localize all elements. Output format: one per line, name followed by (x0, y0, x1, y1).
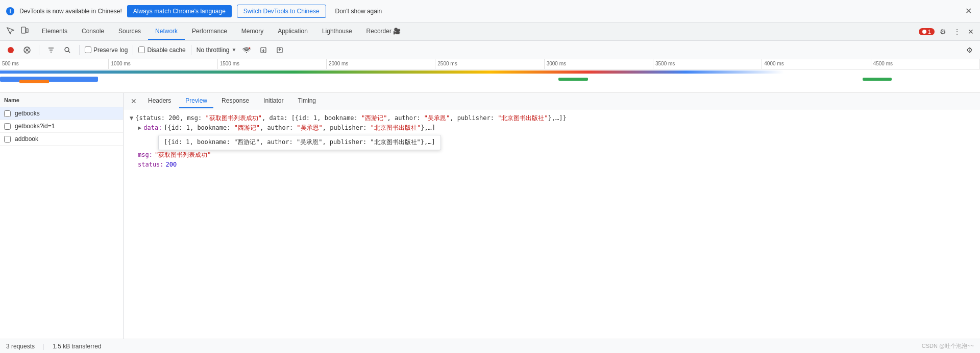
status-separator: | (43, 343, 44, 350)
always-match-button[interactable]: Always match Chrome's language (127, 5, 232, 17)
switch-devtools-button[interactable]: Switch DevTools to Chinese (237, 5, 326, 18)
search-button[interactable] (61, 44, 74, 56)
waterfall-bar-green-1 (558, 78, 588, 81)
dont-show-again-button[interactable]: Don't show again (331, 5, 386, 17)
network-conditions-icon[interactable] (239, 44, 254, 56)
json-data-tooltip-wrapper: [{id: 1, bookname: "西游记", author: "吴承恩",… (130, 133, 974, 150)
detail-tab-timing[interactable]: Timing (291, 94, 322, 108)
notification-text: DevTools is now available in Chinese! (19, 8, 122, 15)
error-count: 1 (928, 29, 931, 35)
preserve-log-label[interactable]: Preserve log (85, 46, 128, 54)
detail-tab-preview[interactable]: Preview (179, 94, 213, 108)
svg-rect-1 (26, 29, 28, 33)
tab-performance[interactable]: Performance (185, 23, 234, 40)
tab-elements[interactable]: Elements (35, 23, 75, 40)
req-checkbox-getbooks[interactable] (4, 110, 11, 117)
notification-bar: i DevTools is now available in Chinese! … (0, 0, 980, 22)
request-item-addbook[interactable]: addbook (0, 133, 123, 146)
preserve-log-checkbox[interactable] (85, 46, 91, 53)
json-root-line: ▼ {status: 200, msg: "获取图书列表成功", data: [… (130, 113, 974, 123)
toolbar-sep-3 (133, 45, 133, 55)
json-status-line: status: 200 (130, 160, 974, 170)
json-root-text: {status: 200, msg: "获取图书列表成功", data: [{i… (135, 113, 566, 123)
req-name-getbooks-id1: getbooks?id=1 (15, 123, 55, 130)
tick-0: 500 ms (0, 59, 109, 69)
more-options-icon[interactable]: ⋮ (951, 26, 963, 38)
devtools-close-icon[interactable]: ✕ (966, 26, 976, 38)
request-item-getbooks[interactable]: getbooks (0, 107, 123, 120)
tab-console[interactable]: Console (75, 23, 111, 40)
tick-6: 3500 ms (653, 59, 762, 69)
device-toolbar-icon[interactable] (18, 25, 31, 38)
settings-icon[interactable]: ⚙ (938, 26, 948, 38)
info-icon: i (6, 7, 14, 15)
throttle-arrow-icon: ▼ (231, 47, 236, 53)
network-toolbar: Preserve log Disable cache No throttling… (0, 41, 980, 59)
json-root-expand[interactable]: ▼ (130, 113, 133, 123)
tick-1: 1000 ms (109, 59, 217, 69)
clear-button[interactable] (20, 44, 34, 56)
tick-2: 1500 ms (218, 59, 327, 69)
import-har-icon[interactable] (257, 44, 270, 56)
svg-point-9 (65, 48, 69, 52)
json-data-key: data: (143, 123, 162, 133)
export-har-icon[interactable] (273, 44, 286, 56)
settings-gear-icon[interactable]: ⚙ (963, 44, 976, 56)
req-name-addbook: addbook (15, 135, 38, 143)
json-msg-key: msg: (138, 150, 153, 160)
tab-lighthouse[interactable]: Lighthouse (315, 23, 359, 40)
error-badge: 1 (919, 28, 935, 35)
tab-memory[interactable]: Memory (234, 23, 271, 40)
disable-cache-label[interactable]: Disable cache (138, 46, 185, 54)
waterfall-bar-getbooks (0, 77, 98, 82)
notification-close-button[interactable]: ✕ (963, 6, 974, 16)
toolbar-sep-4 (191, 45, 191, 55)
status-bar: 3 requests | 1.5 kB transferred CSDN @吐个… (0, 339, 980, 353)
detail-tab-response[interactable]: Response (215, 94, 255, 108)
throttle-selector[interactable]: No throttling ▼ (197, 46, 237, 54)
inspect-icon[interactable] (4, 25, 16, 38)
watermark-text: CSDN @吐个泡泡~~ (922, 342, 974, 350)
tick-5: 3000 ms (545, 59, 653, 69)
json-data-tooltip: [{id: 1, bookname: "西游记", author: "吴承恩",… (158, 135, 441, 150)
tab-recorder[interactable]: Recorder 🎥 (359, 23, 408, 40)
timeline-ruler: 500 ms 1000 ms 1500 ms 2000 ms 2500 ms 3… (0, 59, 980, 69)
json-msg-line: msg: "获取图书列表成功" (130, 150, 974, 160)
waterfall-bar-getbooks-orange (19, 80, 49, 83)
tick-3: 2000 ms (327, 59, 435, 69)
toolbar-sep-1 (39, 45, 39, 55)
tab-left-icons (4, 25, 31, 38)
req-checkbox-addbook[interactable] (4, 136, 11, 143)
record-button[interactable] (4, 44, 17, 56)
throttle-label: No throttling (197, 46, 230, 54)
request-list: Name getbooks getbooks?id=1 addbook (0, 93, 124, 339)
timeline: 500 ms 1000 ms 1500 ms 2000 ms 2500 ms 3… (0, 59, 980, 93)
tab-bar: Elements Console Sources Network Perform… (0, 22, 980, 41)
tab-network[interactable]: Network (148, 23, 185, 40)
error-dot-icon (922, 30, 926, 34)
svg-rect-0 (21, 27, 26, 33)
detail-tab-headers[interactable]: Headers (142, 94, 177, 108)
tick-4: 2500 ms (435, 59, 544, 69)
detail-tab-initiator[interactable]: Initiator (257, 94, 289, 108)
json-msg-value: "获取图书列表成功" (155, 150, 211, 160)
status-requests: 3 requests (6, 343, 35, 350)
svg-line-10 (68, 51, 70, 53)
tab-sources[interactable]: Sources (111, 23, 148, 40)
main-content: Name getbooks getbooks?id=1 addbook ✕ He… (0, 93, 980, 339)
req-name-getbooks: getbooks (15, 110, 40, 117)
detail-tab-bar: ✕ Headers Preview Response Initiator Tim… (124, 93, 980, 109)
req-checkbox-getbooks-id1[interactable] (4, 123, 11, 130)
json-data-expand[interactable]: ▶ (138, 123, 141, 133)
disable-cache-checkbox[interactable] (138, 46, 145, 53)
svg-point-2 (8, 47, 14, 53)
detail-panel: ✕ Headers Preview Response Initiator Tim… (124, 93, 980, 339)
tick-7: 4000 ms (762, 59, 871, 69)
json-data-value: [{id: 1, bookname: "西游记", author: "吴承恩",… (164, 123, 435, 133)
waterfall-bar-green-2 (863, 78, 892, 81)
filter-button[interactable] (44, 44, 58, 56)
detail-close-button[interactable]: ✕ (128, 96, 140, 106)
tick-8: 4500 ms (871, 59, 980, 69)
request-item-getbooks-id1[interactable]: getbooks?id=1 (0, 120, 123, 133)
tab-application[interactable]: Application (271, 23, 315, 40)
